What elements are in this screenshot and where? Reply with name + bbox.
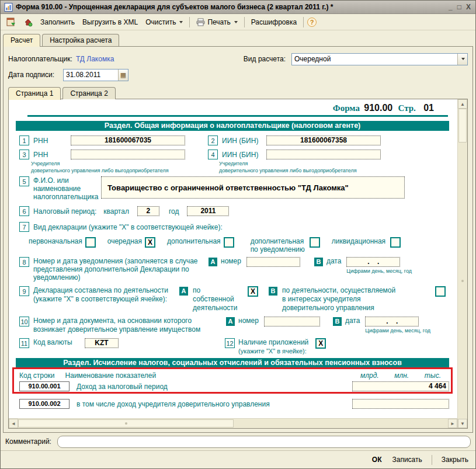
table-row: 910.00.001 Доход за налоговый период 4 4… — [19, 381, 455, 391]
comment-label: Комментарий: — [5, 437, 51, 446]
calc-tab-panel: Налогоплательщик: ТД Лакомка Вид расчета… — [3, 46, 473, 433]
item1-input[interactable]: 181600067035 — [71, 136, 185, 145]
form-number: 910.00 — [364, 103, 392, 113]
item7-cb5-checkbox[interactable] — [390, 237, 401, 248]
fill-button-label: Заполнить — [40, 18, 75, 26]
taxpayer-link[interactable]: ТД Лакомка — [76, 55, 114, 63]
item10-label-line1: Номер и дата документа, на основании кот… — [33, 317, 226, 325]
scroll-down-button[interactable]: ▼ — [458, 419, 467, 428]
scroll-grip — [125, 422, 127, 425]
row2-amount-input[interactable] — [352, 399, 449, 409]
item12-label: Наличие приложений — [238, 338, 308, 347]
item7-cb1-checkbox[interactable] — [85, 237, 96, 248]
export-xml-label: Выгрузить в XML — [82, 18, 138, 26]
item5-numbox: 5 — [19, 176, 29, 186]
tab-settings[interactable]: Настройка расчета — [42, 34, 119, 46]
item3-input[interactable] — [71, 150, 185, 159]
scroll-left-button[interactable]: ◄ — [9, 419, 18, 428]
row1-amount-input[interactable]: 4 464 — [352, 381, 449, 391]
item7-numbox: 7 — [19, 222, 29, 232]
minimize-button[interactable]: _ — [449, 3, 453, 11]
comment-input[interactable] — [57, 436, 471, 448]
page-tab-1[interactable]: Страница 1 — [8, 87, 61, 100]
item7-cb2-checkbox[interactable]: X — [145, 237, 155, 248]
item7-cb1-label: первоначальная — [29, 237, 82, 245]
item9-a-label-line1: по собственной — [193, 286, 243, 304]
row2-label: в том числе доход учредителя доверительн… — [77, 400, 270, 408]
item10-date-input[interactable]: . . — [365, 317, 419, 326]
calendar-icon: ▦ — [120, 72, 126, 78]
vertical-scrollbar[interactable]: ▲ ▼ — [457, 99, 467, 428]
print-button-label: Печать — [207, 18, 230, 26]
fill-assistant-button[interactable] — [20, 16, 36, 29]
help-button[interactable]: ? — [307, 18, 317, 27]
item10-b-label: дата — [345, 317, 360, 325]
item4-input[interactable] — [266, 150, 381, 159]
item10-badge-a: A — [226, 317, 235, 326]
report-document-icon — [4, 3, 13, 12]
form-word: Форма — [333, 103, 360, 113]
item9-b-checkbox[interactable] — [435, 286, 446, 297]
item12-numbox: 12 — [225, 338, 235, 348]
save-button[interactable]: Записать — [391, 454, 423, 465]
form-area: Форма 910.00 Стр. 01 Раздел. Общая инфор… — [8, 99, 468, 429]
item7-cb5-label: ликвидационная — [332, 237, 385, 245]
ok-button[interactable]: ОК — [371, 454, 383, 465]
item9-a-checkbox[interactable]: X — [248, 286, 258, 297]
show-form-button[interactable] — [4, 16, 19, 29]
item9-label-line1: Декларация составлена по деятельности — [33, 286, 179, 295]
item10-numbox: 10 — [19, 317, 29, 326]
item8-numbox: 8 — [19, 257, 29, 267]
scroll-right-button[interactable]: ► — [448, 419, 457, 428]
toolbar-separator — [189, 17, 190, 27]
item5-input[interactable]: Товарищество с ограниченной ответственно… — [101, 176, 405, 199]
item7-cb4-label-line1: дополнительная — [251, 237, 305, 245]
page-tabstrip: Страница 1 Страница 2 — [8, 87, 468, 99]
item6-year-label: год — [169, 207, 179, 216]
calc-type-combobox[interactable]: Очередной — [291, 53, 468, 65]
page-tab-2[interactable]: Страница 2 — [62, 87, 115, 99]
item3-subcaption2: доверительного управления либо выгодопри… — [31, 168, 219, 173]
horizontal-scrollbar[interactable]: ◄ ► — [9, 418, 457, 428]
close-form-button[interactable]: Закрыть — [440, 454, 470, 465]
sign-date-input[interactable]: 31.08.2011 ▦ — [63, 69, 128, 81]
item7-cb3-checkbox[interactable] — [224, 237, 234, 248]
item8-date-input[interactable]: . . — [346, 257, 400, 267]
clear-button[interactable]: Очистить — [143, 16, 186, 28]
item6-numbox: 6 — [19, 206, 29, 216]
section1-header: Раздел. Общая информация о налогоплатель… — [16, 121, 449, 131]
fill-button[interactable]: Заполнить — [37, 16, 78, 28]
page-number: 01 — [423, 103, 434, 113]
tab-calc[interactable]: Расчет — [3, 34, 40, 47]
horizontal-scroll-thumb[interactable] — [18, 419, 234, 428]
item9-badge-a: A — [179, 287, 188, 296]
item12-checkbox[interactable]: X — [315, 338, 326, 349]
scroll-up-button[interactable]: ▲ — [458, 99, 467, 109]
item7-cb4-checkbox[interactable] — [310, 237, 320, 248]
close-button[interactable]: X — [466, 3, 471, 11]
item8-number-input[interactable] — [246, 257, 300, 267]
maximize-button[interactable]: □ — [457, 3, 461, 11]
vertical-scroll-thumb[interactable] — [458, 109, 467, 143]
item2-input[interactable]: 181600067358 — [266, 136, 381, 145]
item11-input[interactable]: KZT — [85, 338, 119, 348]
combobox-dropdown-button[interactable] — [457, 54, 467, 65]
table-unit-tys: тыс. — [425, 371, 441, 380]
item9-b-label-line1: по деятельности, осуществляемой — [282, 286, 398, 295]
item6-year-input[interactable]: 2011 — [187, 206, 229, 216]
item6-quarter-label: квартал — [103, 207, 129, 216]
table-unit-mlrd: млрд. — [360, 371, 379, 380]
print-button[interactable]: Печать — [193, 16, 240, 28]
item8-a-label: номер — [221, 257, 241, 265]
item7-cb2-label: очередная — [107, 237, 142, 245]
calendar-button[interactable]: ▦ — [118, 70, 128, 81]
vertical-scroll-track[interactable] — [458, 143, 467, 419]
main-tabstrip: Расчет Настройка расчета — [3, 34, 473, 46]
export-xml-button[interactable]: Выгрузить в XML — [79, 16, 141, 28]
title-bar: Форма 910.00 - Упрощенная декларация для… — [1, 1, 475, 14]
explain-button[interactable]: Расшифровка — [248, 16, 300, 28]
item6-quarter-input[interactable]: 2 — [137, 206, 159, 216]
horizontal-scroll-track[interactable] — [234, 419, 448, 428]
item10-number-input[interactable] — [264, 317, 320, 326]
item9-b-label-line2: в интересах учредителя — [282, 295, 398, 304]
